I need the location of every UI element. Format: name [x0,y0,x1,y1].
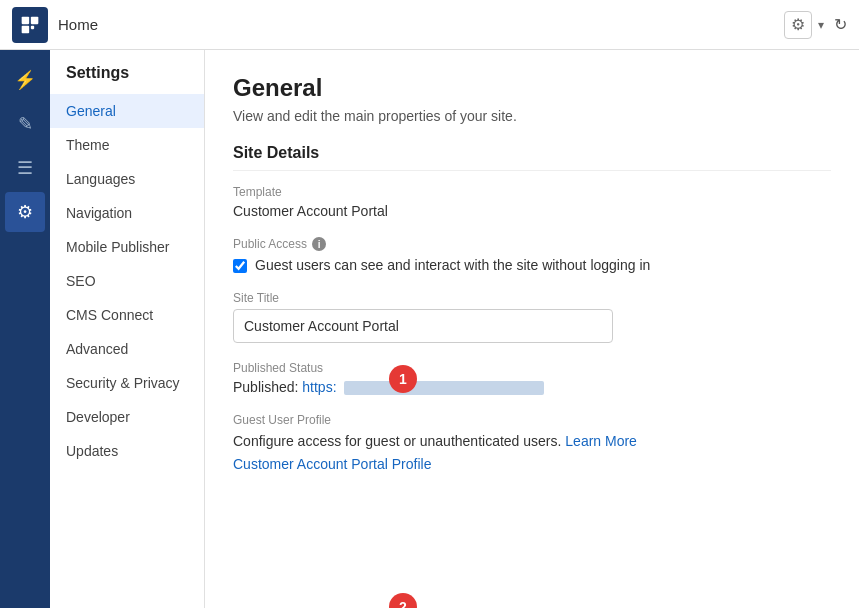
settings-nav: Settings General Theme Languages Navigat… [50,50,205,608]
nav-item-updates[interactable]: Updates [50,434,204,468]
public-access-section: Public Access i Guest users can see and … [233,237,831,273]
public-access-checkbox[interactable] [233,259,247,273]
site-title-field: Site Title [233,291,831,343]
top-bar: Home ⚙ ▾ ↻ [0,0,859,50]
svg-rect-3 [31,25,34,28]
sidebar-icon-list[interactable]: ☰ [5,148,45,188]
nav-item-general[interactable]: General [50,94,204,128]
nav-item-developer[interactable]: Developer [50,400,204,434]
learn-more-link[interactable]: Learn More [565,433,637,449]
published-url-blurred [344,381,544,395]
svg-rect-2 [22,25,30,33]
nav-item-advanced[interactable]: Advanced [50,332,204,366]
annotation-bubble-1: 1 [389,365,417,393]
nav-item-security-privacy[interactable]: Security & Privacy [50,366,204,400]
site-title-label: Site Title [233,291,831,305]
nav-item-theme[interactable]: Theme [50,128,204,162]
template-label: Template [233,185,831,199]
main-layout: ⚡ ✎ ☰ ⚙ Settings General Theme Languages… [0,50,859,608]
refresh-icon[interactable]: ↻ [834,15,847,34]
nav-item-seo[interactable]: SEO [50,264,204,298]
settings-nav-title: Settings [50,64,204,94]
site-title-input[interactable] [233,309,613,343]
public-access-info-icon[interactable]: i [312,237,326,251]
nav-item-cms-connect[interactable]: CMS Connect [50,298,204,332]
guest-user-profile-label: Guest User Profile [233,413,831,427]
settings-gear-icon[interactable]: ⚙ [784,11,812,39]
published-status-label: Published Status [233,361,831,375]
template-value: Customer Account Portal [233,203,831,219]
sidebar-icon-lightning[interactable]: ⚡ [5,60,45,100]
template-field: Template Customer Account Portal [233,185,831,219]
annotation-bubble-2: 2 [389,593,417,608]
nav-item-mobile-publisher[interactable]: Mobile Publisher [50,230,204,264]
sidebar-icon-gear[interactable]: ⚙ [5,192,45,232]
guest-user-profile-field: Guest User Profile Configure access for … [233,413,831,472]
page-title: General [233,74,831,102]
page-subtitle: View and edit the main properties of you… [233,108,831,124]
top-bar-actions: ⚙ ▾ ↻ [784,11,847,39]
guest-profile-description: Configure access for guest or unauthenti… [233,431,831,452]
published-status-field: Published Status Published: https: [233,361,831,395]
public-access-checkbox-row: Guest users can see and interact with th… [233,257,831,273]
site-details-title: Site Details [233,144,831,171]
svg-rect-0 [22,16,30,24]
public-access-description: Guest users can see and interact with th… [255,257,650,273]
home-title: Home [58,16,774,33]
nav-item-navigation[interactable]: Navigation [50,196,204,230]
published-status-value: Published: https: [233,379,831,395]
top-bar-chevron-icon[interactable]: ▾ [818,18,824,32]
sidebar-icon-edit[interactable]: ✎ [5,104,45,144]
nav-item-languages[interactable]: Languages [50,162,204,196]
icon-sidebar: ⚡ ✎ ☰ ⚙ [0,50,50,608]
app-logo [12,7,48,43]
svg-rect-1 [31,16,39,24]
main-content: General View and edit the main propertie… [205,50,859,608]
portal-profile-link[interactable]: Customer Account Portal Profile [233,456,831,472]
public-access-label: Public Access i [233,237,831,251]
published-link[interactable]: https: [302,379,336,395]
